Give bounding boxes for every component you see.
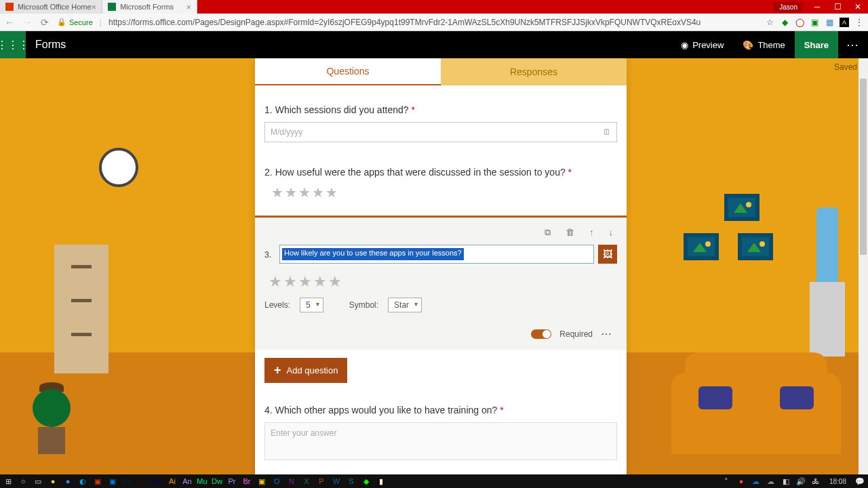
copy-icon[interactable]: ⧉ <box>545 227 551 238</box>
ext-icon[interactable]: ▣ <box>810 18 819 27</box>
taskbar-app-icon[interactable]: Ae <box>152 476 163 487</box>
add-question-button[interactable]: + Add question <box>264 358 347 383</box>
question-text: How useful were the apps that were discu… <box>275 167 566 178</box>
taskbar-app-icon[interactable]: ● <box>47 476 58 487</box>
vertical-scrollbar[interactable] <box>859 58 868 474</box>
taskbar-app-icon[interactable]: Dw <box>212 476 222 487</box>
move-down-icon[interactable]: ↓ <box>609 227 614 238</box>
ext-icon[interactable]: ▦ <box>825 18 834 27</box>
tray-icon[interactable]: ● <box>736 476 747 487</box>
taskbar-app-icon[interactable]: W <box>331 476 342 487</box>
tray-onedrive-icon[interactable]: ☁ <box>766 476 776 487</box>
calendar-icon[interactable]: 🗓 <box>603 127 611 137</box>
star-icon[interactable]: ★ <box>298 184 311 201</box>
cortana-icon[interactable]: ○ <box>18 476 28 487</box>
selected-text: How likely are you to use these apps in … <box>282 248 464 260</box>
taskbar-app-icon[interactable]: P <box>316 476 327 487</box>
taskbar-app-icon[interactable]: ▣ <box>92 476 103 487</box>
picture-icon <box>724 194 760 221</box>
url-text[interactable]: https://forms.office.com/Pages/DesignPag… <box>108 18 701 27</box>
tray-volume-icon[interactable]: 🔊 <box>795 476 806 487</box>
office-favicon-icon <box>5 3 14 11</box>
ext-icon[interactable]: ◆ <box>780 18 789 27</box>
rating-stars[interactable]: ★★★★★ <box>271 184 617 201</box>
levels-select[interactable]: 5 <box>300 298 323 312</box>
app-name[interactable]: Forms <box>26 39 75 51</box>
form-canvas: Saved Questions Responses 1.Which sessio… <box>0 58 868 474</box>
tray-icon[interactable]: ◧ <box>781 476 791 487</box>
theme-button[interactable]: 🎨 Theme <box>733 31 794 58</box>
tray-network-icon[interactable]: 🖧 <box>810 476 821 487</box>
nav-back-icon[interactable]: ← <box>4 17 15 28</box>
ext-icon[interactable]: ◯ <box>795 18 804 27</box>
star-icon[interactable]: ★ <box>271 184 283 201</box>
insert-media-icon[interactable]: 🖼 <box>598 245 617 264</box>
symbol-select[interactable]: Star <box>388 298 422 312</box>
taskbar-app-icon[interactable]: Ai <box>167 476 178 487</box>
tray-onedrive-icon[interactable]: ☁ <box>751 476 762 487</box>
tab-questions[interactable]: Questions <box>255 58 441 85</box>
taskbar-app-icon[interactable]: Pr <box>226 476 237 487</box>
taskview-icon[interactable]: ▭ <box>33 476 43 487</box>
bg-tree <box>38 427 65 454</box>
app-launcher-icon[interactable]: ⋮⋮⋮ <box>0 31 26 58</box>
ext-icon[interactable]: A <box>840 18 849 27</box>
browser-tab-forms[interactable]: Microsoft Forms × <box>102 0 197 14</box>
taskbar-app-icon[interactable]: ▣ <box>256 476 267 487</box>
nav-forward-icon[interactable]: → <box>22 17 33 28</box>
profile-badge[interactable]: Jason <box>774 2 803 12</box>
taskbar-app-icon[interactable]: Ps <box>122 476 133 487</box>
move-up-icon[interactable]: ↑ <box>589 227 594 238</box>
more-icon[interactable]: ⋯ <box>838 31 868 58</box>
bg-watercooler <box>810 282 845 357</box>
date-input[interactable]: M/d/yyyy 🗓 <box>264 122 617 142</box>
taskbar-app-icon[interactable]: ▮ <box>376 476 387 487</box>
browser-tab-office[interactable]: Microsoft Office Home × <box>0 0 102 14</box>
taskbar-app-icon[interactable]: N <box>286 476 297 487</box>
nav-reload-icon[interactable]: ⟳ <box>39 17 50 28</box>
star-icon: ★ <box>298 273 312 291</box>
tray-icon[interactable]: ˄ <box>721 476 732 487</box>
question-text-input[interactable]: How likely are you to use these apps in … <box>279 245 594 264</box>
star-icon[interactable]: ★ <box>312 184 324 201</box>
taskbar-app-icon[interactable]: S <box>346 476 357 487</box>
taskbar-app-icon[interactable]: ▣ <box>107 476 118 487</box>
taskbar-app-icon[interactable]: An <box>182 476 193 487</box>
required-toggle[interactable] <box>531 329 551 339</box>
tab-close-icon[interactable]: × <box>186 2 192 12</box>
preview-button[interactable]: ◉ Preview <box>671 31 733 58</box>
tab-close-icon[interactable]: × <box>92 2 97 12</box>
window-minimize-icon[interactable]: ─ <box>807 0 827 14</box>
tray-notifications-icon[interactable]: 💬 <box>854 476 865 487</box>
taskbar-app-icon[interactable]: ◆ <box>361 476 372 487</box>
taskbar-clock[interactable]: 18:08 <box>825 478 850 485</box>
add-question-label: Add question <box>287 365 338 375</box>
window-close-icon[interactable]: ✕ <box>848 0 868 14</box>
taskbar-app-icon[interactable]: Br <box>241 476 252 487</box>
tab-responses[interactable]: Responses <box>441 58 627 85</box>
question-number: 2. <box>264 167 273 178</box>
secure-indicator: 🔒 Secure <box>57 18 93 26</box>
taskbar-app-icon[interactable]: Id <box>137 476 148 487</box>
share-button[interactable]: Share <box>795 31 838 58</box>
taskbar-app-icon[interactable]: ◐ <box>77 476 88 487</box>
scrollbar-thumb[interactable] <box>860 79 867 255</box>
star-icon[interactable]: ★ <box>285 184 297 201</box>
taskbar-app-icon[interactable]: X <box>301 476 312 487</box>
saved-status: Saved <box>834 62 857 72</box>
delete-icon[interactable]: 🗑 <box>566 227 574 238</box>
star-icon: ★ <box>269 273 282 291</box>
star-icon[interactable]: ☆ <box>765 18 774 27</box>
taskbar-app-icon[interactable]: Mu <box>197 476 208 487</box>
taskbar-app-icon[interactable]: ● <box>62 476 73 487</box>
taskbar-app-icon[interactable]: O <box>271 476 282 487</box>
question-more-icon[interactable]: ⋯ <box>601 327 613 340</box>
star-icon: ★ <box>283 273 297 291</box>
question-3-editor: ⧉ 🗑 ↑ ↓ 3. How likely are you to use the… <box>255 216 627 350</box>
text-answer-input[interactable]: Enter your answer <box>264 422 617 460</box>
window-maximize-icon[interactable]: ☐ <box>827 0 848 14</box>
star-icon[interactable]: ★ <box>326 184 338 201</box>
start-icon[interactable]: ⊞ <box>3 476 14 487</box>
lock-icon: 🔒 <box>57 18 66 26</box>
chrome-menu-icon[interactable]: ⋮ <box>854 18 864 27</box>
